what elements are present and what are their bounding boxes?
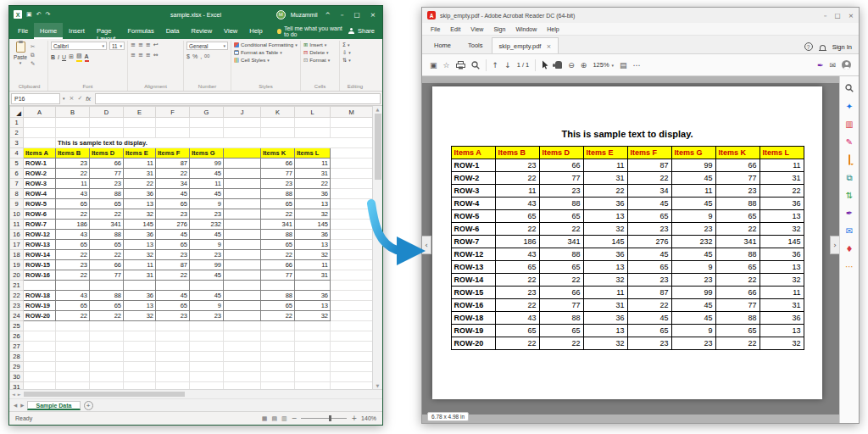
table-cell[interactable] xyxy=(24,281,56,291)
pdf-top-scrollbar[interactable] xyxy=(422,76,839,83)
table-cell[interactable]: ROW-3 xyxy=(24,179,56,189)
cell[interactable] xyxy=(295,342,331,352)
cell[interactable] xyxy=(124,342,156,352)
row-header-7[interactable]: 7 xyxy=(10,179,24,189)
decimal-icon[interactable]: 00 xyxy=(204,53,209,60)
cell[interactable] xyxy=(295,321,331,331)
cell[interactable] xyxy=(331,159,373,169)
row-header-29[interactable]: 29 xyxy=(10,362,24,372)
pdf-menu-view[interactable]: View xyxy=(465,26,488,32)
close-button[interactable]: × xyxy=(849,12,854,19)
table-cell[interactable]: 186 xyxy=(56,220,90,230)
row-header-30[interactable]: 30 xyxy=(10,372,24,382)
save-icon[interactable]: ▣ xyxy=(26,11,32,18)
fx-icon[interactable]: fx xyxy=(86,95,91,103)
cell[interactable] xyxy=(224,128,261,138)
table-cell[interactable]: 23 xyxy=(56,159,90,169)
table-cell[interactable] xyxy=(224,240,261,250)
table-cell[interactable]: ROW-1 xyxy=(24,159,56,169)
align-right-icon[interactable]: ≡ xyxy=(146,52,151,59)
table-cell[interactable]: ROW-5 xyxy=(24,199,56,209)
cell[interactable] xyxy=(24,118,56,128)
comment-icon[interactable] xyxy=(844,155,855,165)
table-cell[interactable]: 23 xyxy=(190,311,224,321)
table-cell[interactable]: 65 xyxy=(156,240,190,250)
combine-files-icon[interactable]: ⧉ xyxy=(844,173,855,183)
cell[interactable] xyxy=(224,321,261,331)
table-cell[interactable]: 23 xyxy=(156,250,190,260)
previous-page-icon[interactable]: ↑ xyxy=(492,61,499,70)
cell[interactable] xyxy=(90,128,124,138)
table-cell[interactable]: 23 xyxy=(261,179,295,189)
table-cell[interactable] xyxy=(224,260,261,270)
format-cells-button[interactable]: ⊡ Format▾ xyxy=(303,57,337,63)
vertical-scroll-thumb[interactable] xyxy=(375,114,381,180)
zoom-level-select[interactable]: 125%▾ xyxy=(593,61,614,69)
redo-icon[interactable]: ↷ xyxy=(46,11,51,18)
align-center-icon[interactable]: ≡ xyxy=(138,52,143,59)
cell[interactable] xyxy=(190,331,224,342)
table-cell[interactable]: ROW-12 xyxy=(24,230,56,240)
cell[interactable] xyxy=(156,342,190,352)
table-cell[interactable]: ROW-16 xyxy=(24,270,56,281)
table-cell[interactable]: 22 xyxy=(156,169,190,179)
close-tab-icon[interactable]: × xyxy=(546,43,551,50)
row-header-23[interactable]: 23 xyxy=(10,301,24,311)
table-cell[interactable]: 36 xyxy=(295,230,331,240)
pdf-menu-help[interactable]: Help xyxy=(542,26,564,32)
sheet-tab-sample-data[interactable]: Sample Data xyxy=(27,401,80,410)
table-cell[interactable]: 87 xyxy=(156,260,190,270)
cell[interactable] xyxy=(56,372,90,382)
formula-input[interactable] xyxy=(95,93,381,104)
cell[interactable] xyxy=(156,331,190,342)
fill-sign-icon[interactable]: ✒ xyxy=(817,61,824,70)
cell[interactable] xyxy=(56,352,90,362)
scroll-down-icon[interactable]: ▼ xyxy=(376,383,380,388)
table-cell[interactable]: 13 xyxy=(295,240,331,250)
table-cell[interactable]: 65 xyxy=(261,301,295,311)
table-cell[interactable]: 11 xyxy=(124,159,156,169)
cell[interactable] xyxy=(156,128,190,138)
search-icon[interactable] xyxy=(471,61,480,70)
table-cell[interactable]: 32 xyxy=(295,250,331,260)
column-header-L[interactable]: L xyxy=(295,107,331,118)
horizontal-scroll-thumb[interactable] xyxy=(24,392,185,397)
table-cell[interactable] xyxy=(224,159,261,169)
table-cell[interactable] xyxy=(224,301,261,311)
cell[interactable] xyxy=(124,331,156,342)
minimize-button[interactable]: – xyxy=(824,12,827,19)
profile-icon[interactable] xyxy=(842,60,851,70)
cell[interactable] xyxy=(331,331,373,342)
table-cell[interactable]: 36 xyxy=(124,189,156,199)
table-cell[interactable]: 65 xyxy=(56,301,90,311)
table-header-cell[interactable]: Items D xyxy=(90,148,124,159)
italic-icon[interactable]: I xyxy=(58,53,59,61)
menu-tab-view[interactable]: View xyxy=(218,23,243,39)
table-cell[interactable]: 23 xyxy=(156,311,190,321)
table-cell[interactable]: 45 xyxy=(190,230,224,240)
pdf-menu-edit[interactable]: Edit xyxy=(445,26,465,32)
cell[interactable] xyxy=(331,321,373,331)
delete-cells-button[interactable]: ⊟ Delete▾ xyxy=(303,49,337,55)
cell[interactable] xyxy=(190,118,224,128)
cell[interactable] xyxy=(295,128,331,138)
horizontal-scrollbar[interactable]: ◄ ► xyxy=(9,389,382,398)
table-cell[interactable]: 36 xyxy=(295,291,331,301)
table-cell[interactable]: 276 xyxy=(156,220,190,230)
conditional-formatting-button[interactable]: Conditional Formatting▾ xyxy=(234,42,298,47)
table-cell[interactable] xyxy=(224,291,261,301)
table-cell[interactable]: 66 xyxy=(90,159,124,169)
cell[interactable] xyxy=(224,372,261,382)
cell[interactable] xyxy=(90,321,124,331)
cell[interactable] xyxy=(295,362,331,372)
comma-icon[interactable]: , xyxy=(200,53,202,60)
table-cell[interactable]: ROW-19 xyxy=(24,301,56,311)
table-cell[interactable]: 23 xyxy=(156,209,190,220)
cell[interactable] xyxy=(56,362,90,372)
row-header-25[interactable]: 25 xyxy=(10,321,24,331)
table-cell[interactable]: 22 xyxy=(56,270,90,281)
table-cell[interactable]: 65 xyxy=(90,240,124,250)
row-header-17[interactable]: 17 xyxy=(10,240,24,250)
user-avatar[interactable]: M xyxy=(276,10,286,19)
table-cell[interactable]: ROW-20 xyxy=(24,311,56,321)
